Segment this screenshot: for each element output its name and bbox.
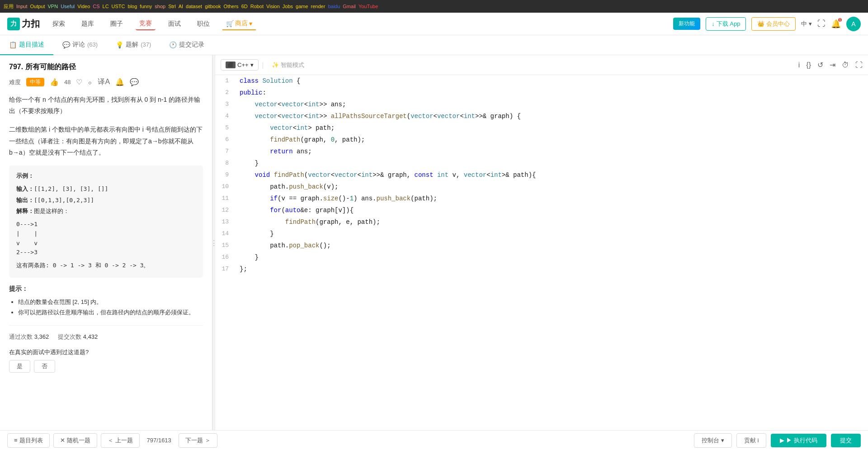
nav-bar: 力 力扣 探索 题库 圈子 竞赛 面试 职位 🛒 商店 ▾ 新功能 ↓ 下载 A… xyxy=(0,13,868,35)
bookmark-6d[interactable]: 6D xyxy=(241,4,248,9)
reset-icon[interactable]: ↺ xyxy=(817,61,823,69)
code-line-7: 7 return ans; xyxy=(215,146,868,157)
smart-mode-toggle[interactable]: ✨ 智能模式 xyxy=(267,59,309,71)
tab-solutions-icon: 💡 xyxy=(116,41,123,48)
nav-explore[interactable]: 探索 xyxy=(49,18,69,30)
favorite-icon[interactable]: ♡ xyxy=(76,78,82,86)
download-app-button[interactable]: ↓ 下载 App xyxy=(706,17,746,31)
fullscreen-icon[interactable]: ⛶ xyxy=(855,61,863,69)
share-icon[interactable]: ⬦ xyxy=(88,78,92,86)
submit-button[interactable]: 提交 xyxy=(831,434,861,447)
tab-comments[interactable]: 💬 评论 (63) xyxy=(53,35,107,55)
bookmark-useful[interactable]: Useful xyxy=(61,4,75,9)
bookmark-youtube[interactable]: YouTube xyxy=(359,4,378,9)
bookmark-baidu[interactable]: baidu xyxy=(328,4,340,9)
bookmark-gmail[interactable]: Gmail xyxy=(343,4,356,9)
format-icon[interactable]: {} xyxy=(806,61,811,69)
panel-divider[interactable] xyxy=(212,55,215,430)
path-desc: 这有两条路: 0 -> 1 -> 3 和 0 -> 2 -> 3。 xyxy=(16,260,196,271)
nav-right: 新功能 ↓ 下载 App 👑 会员中心 中 ▾ ⛶ 🔔 1 A xyxy=(673,17,861,31)
bookmark-cs[interactable]: CS xyxy=(93,4,99,9)
bookmark-vpn[interactable]: VPN xyxy=(48,4,58,9)
bookmark-render[interactable]: render xyxy=(311,4,326,9)
terminal-icon[interactable]: ⇥ xyxy=(830,61,835,69)
hint-item-1: 结点的数量会在范围 [2, 15] 内。 xyxy=(18,297,203,307)
tab-submissions[interactable]: 🕐 提交记录 xyxy=(160,35,213,55)
logo[interactable]: 力 力扣 xyxy=(7,18,40,30)
bookmark-input[interactable]: Input xyxy=(16,4,27,9)
random-problem-button[interactable]: ✕ 随机一题 xyxy=(53,433,97,448)
bookmark-blog[interactable]: blog xyxy=(128,4,137,9)
nav-interview[interactable]: 面试 xyxy=(165,18,184,30)
notification-button[interactable]: 🔔 1 xyxy=(831,19,841,29)
hint-section: 提示： 结点的数量会在范围 [2, 15] 内。 你可以把路径以任意顺序输出，但… xyxy=(9,285,203,318)
translate-icon[interactable]: 译A xyxy=(98,77,110,87)
bookmark-output[interactable]: Output xyxy=(30,4,45,9)
code-line-11: 11 if(v == graph.size()-1) ans.push_back… xyxy=(215,193,868,204)
avatar[interactable]: A xyxy=(846,17,861,31)
bookmark-game[interactable]: game xyxy=(296,4,308,9)
nav-community[interactable]: 圈子 xyxy=(107,18,127,30)
line-num-12: 12 xyxy=(215,204,238,216)
nav-contest[interactable]: 竞赛 xyxy=(136,18,156,30)
bottom-bar: ≡ 题目列表 ✕ 随机一题 ＜ 上一题 797/1613 下一题 ＞ 控制台 ▾… xyxy=(0,430,868,450)
bookmark-others[interactable]: Others xyxy=(224,4,239,9)
bookmark-vision[interactable]: Vision xyxy=(266,4,280,9)
info-icon[interactable]: i xyxy=(798,61,800,69)
yn-buttons: 是 否 xyxy=(9,360,203,373)
line-num-7: 7 xyxy=(215,146,238,157)
bookmark-ai[interactable]: AI xyxy=(179,4,183,9)
thumb-up-icon[interactable]: 👍 xyxy=(50,78,59,86)
random-icon: ✕ xyxy=(60,437,65,444)
tab-solutions-label: 题解 xyxy=(126,41,138,49)
tab-bar: 📋 题目描述 💬 评论 (63) 💡 题解 (37) 🕐 提交记录 xyxy=(0,35,868,55)
bookmark-video[interactable]: Video xyxy=(77,4,90,9)
code-editor[interactable]: 1 class Solution { 2 public: 3 vector<ve… xyxy=(215,75,868,430)
tab-description[interactable]: 📋 题目描述 xyxy=(0,35,53,55)
problem-list-button[interactable]: ≡ 题目列表 xyxy=(7,433,50,448)
member-center-button[interactable]: 👑 会员中心 xyxy=(751,17,796,31)
lang-switch-button[interactable]: 中 ▾ xyxy=(801,20,812,28)
tab-solutions[interactable]: 💡 题解 (37) xyxy=(107,35,160,55)
line-content-12: for(auto&e: graph[v]){ xyxy=(238,204,868,216)
new-func-button[interactable]: 新功能 xyxy=(673,18,700,30)
language-select[interactable]: ⬛ C++ ▾ xyxy=(221,59,259,71)
main-layout: 797. 所有可能的路径 难度 中等 👍 48 ♡ ⬦ 译A 🔔 💬 给你一个有… xyxy=(0,55,868,430)
bookmark-funny[interactable]: funny xyxy=(140,4,152,9)
bookmark-robot[interactable]: Robot xyxy=(250,4,264,9)
expand-icon[interactable]: ⛶ xyxy=(817,19,826,28)
code-line-6: 6 findPath(graph, 0, path); xyxy=(215,134,868,146)
bookmark-lc[interactable]: LC xyxy=(103,4,109,9)
hint-title: 提示： xyxy=(9,285,203,293)
smart-mode-icon: ✨ xyxy=(272,62,279,68)
problem-description-2: 二维数组的第 i 个数组中的单元都表示有向图中 i 号结点所能到达的下一些结点（… xyxy=(9,124,203,158)
run-code-button[interactable]: ▶ ▶ 执行代码 xyxy=(771,434,826,447)
next-problem-button[interactable]: 下一题 ＞ xyxy=(179,433,217,448)
bookmark-ustc[interactable]: USTC xyxy=(112,4,125,9)
bookmark-apps[interactable]: 应用 xyxy=(4,3,14,10)
bookmark-shop[interactable]: shop xyxy=(155,4,165,9)
timer-icon[interactable]: ⏱ xyxy=(842,61,849,69)
next-icon: ＞ xyxy=(205,436,211,445)
nav-shop[interactable]: 🛒 商店 ▾ xyxy=(222,18,256,30)
nav-jobs[interactable]: 职位 xyxy=(193,18,213,30)
tab-submissions-icon: 🕐 xyxy=(169,41,177,48)
editor-right-tools: i {} ↺ ⇥ ⏱ ⛶ xyxy=(798,61,863,69)
prev-problem-button[interactable]: ＜ 上一题 xyxy=(101,433,140,448)
submit-count-item: 提交次数 4,432 xyxy=(58,333,98,341)
bookmark-strl[interactable]: Strl xyxy=(168,4,176,9)
console-button[interactable]: 控制台 ▾ xyxy=(694,433,732,448)
no-button[interactable]: 否 xyxy=(34,360,55,373)
bookmark-dataset[interactable]: dataset xyxy=(186,4,202,9)
bell-icon[interactable]: 🔔 xyxy=(115,78,124,86)
nav-problems[interactable]: 题库 xyxy=(78,18,98,30)
bookmark-gitbook[interactable]: gitbook xyxy=(205,4,221,9)
run-icon: ▶ xyxy=(780,437,784,444)
download-label: 下载 App xyxy=(717,20,741,28)
comment-icon[interactable]: 💬 xyxy=(130,78,139,86)
bookmark-jobs[interactable]: Jobs xyxy=(283,4,293,9)
contribute-button[interactable]: 贡献 i xyxy=(736,433,767,448)
tab-solutions-count: (37) xyxy=(141,41,151,48)
yes-button[interactable]: 是 xyxy=(9,360,30,373)
submit-count-value: 4,432 xyxy=(83,333,98,340)
